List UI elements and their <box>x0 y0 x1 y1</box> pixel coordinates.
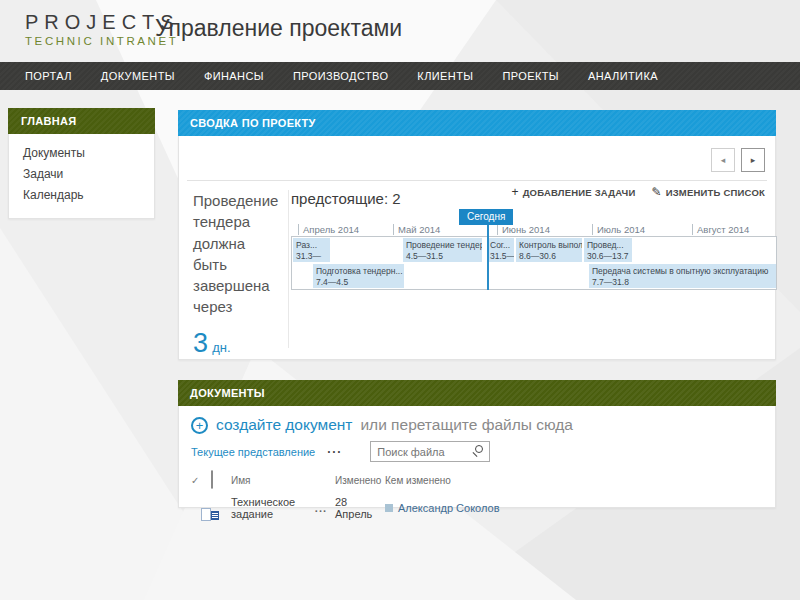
today-badge: Сегодня <box>459 209 513 225</box>
nav-item-portal[interactable]: ПОРТАЛ <box>25 70 72 82</box>
documents-card: + создайте документ или перетащите файлы… <box>178 406 776 508</box>
documents-toolbar: Текущее представление ··· <box>191 441 775 462</box>
gantt-bar[interactable]: Провед...30.6—13.7 <box>584 238 632 262</box>
row-more-button[interactable]: ... <box>315 502 335 514</box>
sidebar-item-tasks[interactable]: Задачи <box>23 164 154 185</box>
timeline-month-label: Июнь 2014 <box>497 224 550 235</box>
callout-days-value: 3 <box>193 328 208 358</box>
sidebar-item-calendar[interactable]: Календарь <box>23 185 154 206</box>
sidebar-title: ГЛАВНАЯ <box>8 108 155 134</box>
nav-item-production[interactable]: ПРОИЗВОДСТВО <box>293 70 388 82</box>
sidebar: ГЛАВНАЯ Документы Задачи Календарь <box>8 108 155 219</box>
project-timeline: предстоящие: 2 Сегодня Апрель 2014 Май 2… <box>291 190 777 309</box>
select-all-check-icon[interactable]: ✓ <box>191 475 211 486</box>
file-type-column-icon <box>211 471 231 489</box>
documents-table-header: ✓ Имя Изменено Кем изменено <box>191 471 775 489</box>
column-modified-by[interactable]: Кем изменено <box>385 475 451 486</box>
page-title: Управление проектами <box>155 15 402 42</box>
top-navbar: ПОРТАЛ ДОКУМЕНТЫ ФИНАНСЫ ПРОИЗВОДСТВО КЛ… <box>0 62 800 90</box>
nav-item-finance[interactable]: ФИНАНСЫ <box>204 70 264 82</box>
gantt-bar[interactable]: Сог...31.5— <box>487 238 514 262</box>
callout-days: 3 дн. <box>193 324 280 362</box>
timeline-month-label: Август 2014 <box>692 224 749 235</box>
document-modified-date: 28 Апрель <box>335 496 385 520</box>
gantt-chart: Сегодня Апрель 2014 Май 2014 Июнь 2014 И… <box>291 209 777 309</box>
gantt-bar[interactable]: Контроль выпол...8.6—30.6 <box>516 238 582 262</box>
gantt-box: Раз...31.3— Проведение тендера4.5—31.5 С… <box>291 236 777 290</box>
timeline-month-label: Июль 2014 <box>592 224 645 235</box>
gantt-bar[interactable]: Проведение тендера4.5—31.5 <box>403 238 482 262</box>
column-name[interactable]: Имя <box>231 475 335 486</box>
table-row[interactable]: Техническое задание ... 28 Апрель Алекса… <box>191 496 775 520</box>
modified-by-person-link[interactable]: Александр Соколов <box>398 502 499 514</box>
current-view-link[interactable]: Текущее представление <box>191 446 315 458</box>
timeline-pager: ◂ ▸ <box>711 148 765 172</box>
page-header: PROJECTS TECHNIC INTRANET Управление про… <box>0 0 800 62</box>
nav-item-clients[interactable]: КЛИЕНТЫ <box>417 70 473 82</box>
document-name-link[interactable]: Техническое задание <box>231 496 315 520</box>
callout-text: Проведение тендера должна быть завершена… <box>193 190 280 318</box>
summary-section-header: СВОДКА ПО ПРОЕКТУ <box>178 110 776 136</box>
gantt-bar[interactable]: Передача системы в опытную эксплуатацию7… <box>589 264 776 288</box>
plus-circle-icon: + <box>191 417 208 434</box>
gantt-bar[interactable]: Раз...31.3— <box>293 238 330 262</box>
nav-item-analytics[interactable]: АНАЛИТИКА <box>588 70 658 82</box>
pager-next-button[interactable]: ▸ <box>741 148 765 172</box>
divider <box>187 180 767 181</box>
documents-section-header: ДОКУМЕНТЫ <box>178 380 776 406</box>
nav-item-documents[interactable]: ДОКУМЕНТЫ <box>101 70 175 82</box>
upcoming-count-label: предстоящие: 2 <box>291 190 777 207</box>
presence-indicator <box>385 504 393 512</box>
new-document-hint: или перетащите файлы сюда <box>360 416 572 434</box>
new-document-link[interactable]: создайте документ <box>216 416 352 434</box>
timeline-month-label: Май 2014 <box>393 224 440 235</box>
page: PROJECTS TECHNIC INTRANET Управление про… <box>0 0 800 600</box>
gantt-bar[interactable]: Подготовка тендерн...7.4—4.5 <box>313 264 404 288</box>
new-document-button[interactable]: + создайте документ или перетащите файлы… <box>191 416 775 434</box>
pager-prev-button[interactable]: ◂ <box>711 148 735 172</box>
documents-table: ✓ Имя Изменено Кем изменено Техническое … <box>191 471 775 520</box>
document-icon <box>211 470 213 489</box>
sidebar-item-documents[interactable]: Документы <box>23 143 154 164</box>
nav-item-projects[interactable]: ПРОЕКТЫ <box>502 70 559 82</box>
task-deadline-callout: Проведение тендера должна быть завершена… <box>193 190 289 348</box>
column-modified[interactable]: Изменено <box>335 475 385 486</box>
timeline-month-label: Апрель 2014 <box>298 224 359 235</box>
summary-card: ◂ ▸ + ДОБАВЛЕНИЕ ЗАДАЧИ ✎ ИЗМЕНИТЬ СПИСО… <box>178 136 776 360</box>
callout-days-unit: дн. <box>212 340 230 355</box>
sidebar-body: Документы Задачи Календарь <box>8 134 155 219</box>
view-more-button[interactable]: ··· <box>327 445 342 459</box>
today-marker-line <box>487 225 489 290</box>
file-search <box>370 441 490 462</box>
